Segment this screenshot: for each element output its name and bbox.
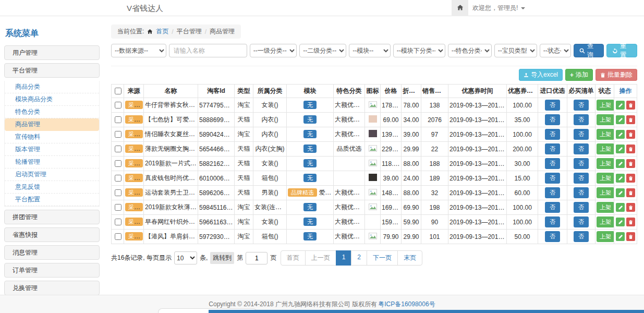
row-checkbox[interactable] bbox=[115, 219, 121, 225]
delete-button[interactable] bbox=[626, 174, 635, 183]
status-button[interactable]: 上架 bbox=[597, 100, 614, 111]
sidebar-panel-bottom-3[interactable]: 订单管理 bbox=[4, 263, 100, 278]
must-buy-toggle[interactable]: 否 bbox=[574, 158, 589, 169]
import-select-toggle[interactable]: 否 bbox=[545, 216, 560, 227]
status-button[interactable]: 上架 bbox=[597, 143, 614, 154]
sidebar-subitem-6[interactable]: 轮播管理 bbox=[5, 156, 99, 168]
must-buy-toggle[interactable]: 否 bbox=[574, 231, 589, 242]
delete-button[interactable] bbox=[626, 130, 635, 139]
import-select-toggle[interactable]: 否 bbox=[545, 114, 560, 125]
row-checkbox[interactable] bbox=[115, 204, 121, 211]
pager-item-3[interactable]: 2 bbox=[351, 250, 367, 266]
delete-button[interactable] bbox=[626, 101, 635, 110]
status-button[interactable]: 上架 bbox=[597, 158, 614, 169]
must-buy-toggle[interactable]: 否 bbox=[574, 187, 589, 198]
user-menu[interactable]: 欢迎您，管理员! bbox=[472, 0, 525, 16]
row-checkbox[interactable] bbox=[115, 189, 121, 196]
data-source-select[interactable]: --数据来源-- bbox=[111, 44, 166, 57]
must-buy-toggle[interactable]: 否 bbox=[574, 173, 589, 184]
edit-button[interactable] bbox=[616, 101, 625, 110]
row-checkbox[interactable] bbox=[115, 102, 121, 109]
filter-select-1[interactable]: --二级分类-- bbox=[299, 44, 346, 57]
edit-button[interactable] bbox=[616, 218, 625, 226]
must-buy-toggle[interactable]: 否 bbox=[574, 114, 589, 125]
filter-select-5[interactable]: --宝贝类型-- bbox=[494, 44, 537, 57]
filter-select-0[interactable]: --一级分类-- bbox=[250, 44, 297, 57]
must-buy-toggle[interactable]: 否 bbox=[574, 143, 589, 154]
status-button[interactable]: 上架 bbox=[597, 231, 614, 242]
import-select-toggle[interactable]: 否 bbox=[545, 202, 560, 213]
must-buy-toggle[interactable]: 否 bbox=[574, 216, 589, 227]
filter-select-2[interactable]: --模块-- bbox=[349, 44, 390, 57]
page-size-select[interactable]: 10 bbox=[174, 251, 197, 264]
import-select-toggle[interactable]: 否 bbox=[545, 187, 560, 198]
sidebar-panel-bottom-0[interactable]: 拼团管理 bbox=[4, 210, 100, 224]
status-button[interactable]: 上架 bbox=[597, 202, 614, 213]
edit-button[interactable] bbox=[616, 115, 625, 124]
row-checkbox[interactable] bbox=[115, 233, 121, 240]
edit-button[interactable] bbox=[616, 203, 625, 212]
edit-button[interactable] bbox=[616, 145, 625, 153]
sidebar-subitem-5[interactable]: 版本管理 bbox=[5, 143, 99, 156]
sidebar-subitem-4[interactable]: 宣传物料 bbox=[5, 131, 99, 143]
pager-item-5[interactable]: 末页 bbox=[397, 250, 422, 266]
row-checkbox[interactable] bbox=[115, 131, 121, 138]
delete-button[interactable] bbox=[626, 159, 635, 168]
breadcrumb-home-link[interactable]: 首页 bbox=[156, 27, 168, 36]
pager-item-4[interactable]: 下一页 bbox=[367, 250, 398, 266]
import-select-toggle[interactable]: 否 bbox=[545, 100, 560, 111]
edit-button[interactable] bbox=[616, 232, 625, 241]
edit-button[interactable] bbox=[616, 130, 625, 139]
batch-delete-button[interactable]: 批量删除 bbox=[596, 69, 637, 81]
icp-link[interactable]: 粤ICP备16098006号 bbox=[378, 300, 435, 309]
sidebar-subitem-9[interactable]: 平台配置 bbox=[5, 194, 99, 206]
delete-button[interactable] bbox=[626, 203, 635, 212]
row-checkbox[interactable] bbox=[115, 160, 121, 167]
import-select-toggle[interactable]: 否 bbox=[545, 129, 560, 140]
sidebar-subitem-7[interactable]: 启动页管理 bbox=[5, 168, 99, 181]
import-excel-button[interactable]: 导入excel bbox=[519, 69, 563, 81]
status-button[interactable]: 上架 bbox=[597, 173, 614, 184]
status-button[interactable]: 上架 bbox=[597, 129, 614, 140]
filter-select-6[interactable]: --状态-- bbox=[540, 44, 571, 57]
sidebar-panel-bottom-2[interactable]: 消息管理 bbox=[4, 245, 100, 260]
delete-button[interactable] bbox=[626, 232, 635, 241]
status-button[interactable]: 上架 bbox=[597, 114, 614, 125]
import-select-toggle[interactable]: 否 bbox=[545, 231, 560, 242]
delete-button[interactable] bbox=[626, 188, 635, 197]
edit-button[interactable] bbox=[616, 188, 625, 197]
sidebar-panel-bottom-1[interactable]: 省惠快报 bbox=[4, 227, 100, 242]
edit-button[interactable] bbox=[616, 174, 625, 183]
delete-button[interactable] bbox=[626, 145, 635, 153]
filter-select-4[interactable]: --特色分类-- bbox=[448, 44, 492, 57]
add-button[interactable]: + 添加 bbox=[565, 69, 593, 81]
row-checkbox[interactable] bbox=[115, 175, 121, 182]
sidebar-panel-bottom-4[interactable]: 兑换管理 bbox=[4, 281, 100, 295]
name-search-input[interactable] bbox=[169, 44, 247, 57]
row-checkbox[interactable] bbox=[115, 116, 121, 123]
import-select-toggle[interactable]: 否 bbox=[545, 143, 560, 154]
sidebar-panel-platform[interactable]: 平台管理 bbox=[4, 63, 100, 78]
jump-button[interactable]: 跳转到 bbox=[210, 252, 234, 264]
status-button[interactable]: 上架 bbox=[597, 187, 614, 198]
filter-select-3[interactable]: --模块下分类-- bbox=[393, 44, 445, 57]
sidebar-panel-users[interactable]: 用户管理 bbox=[4, 45, 100, 60]
row-checkbox[interactable] bbox=[115, 146, 121, 152]
must-buy-toggle[interactable]: 否 bbox=[574, 202, 589, 213]
edit-button[interactable] bbox=[616, 159, 625, 168]
sidebar-subitem-8[interactable]: 意见反馈 bbox=[5, 181, 99, 194]
sidebar-subitem-0[interactable]: 商品分类 bbox=[5, 81, 99, 93]
reset-button[interactable]: 重置 bbox=[606, 44, 637, 57]
sidebar-subitem-1[interactable]: 模块商品分类 bbox=[5, 93, 99, 106]
pager-item-2[interactable]: 1 bbox=[336, 250, 352, 266]
sidebar-subitem-3[interactable]: 商品管理 bbox=[5, 118, 99, 131]
delete-button[interactable] bbox=[626, 218, 635, 226]
must-buy-toggle[interactable]: 否 bbox=[574, 129, 589, 140]
status-button[interactable]: 上架 bbox=[597, 216, 614, 227]
must-buy-toggle[interactable]: 否 bbox=[574, 100, 589, 111]
import-select-toggle[interactable]: 否 bbox=[545, 158, 560, 169]
sidebar-subitem-2[interactable]: 特色分类 bbox=[5, 106, 99, 118]
select-all-checkbox[interactable] bbox=[115, 88, 121, 94]
search-button[interactable]: 查询 bbox=[574, 44, 604, 57]
page-number-input[interactable] bbox=[246, 252, 268, 264]
